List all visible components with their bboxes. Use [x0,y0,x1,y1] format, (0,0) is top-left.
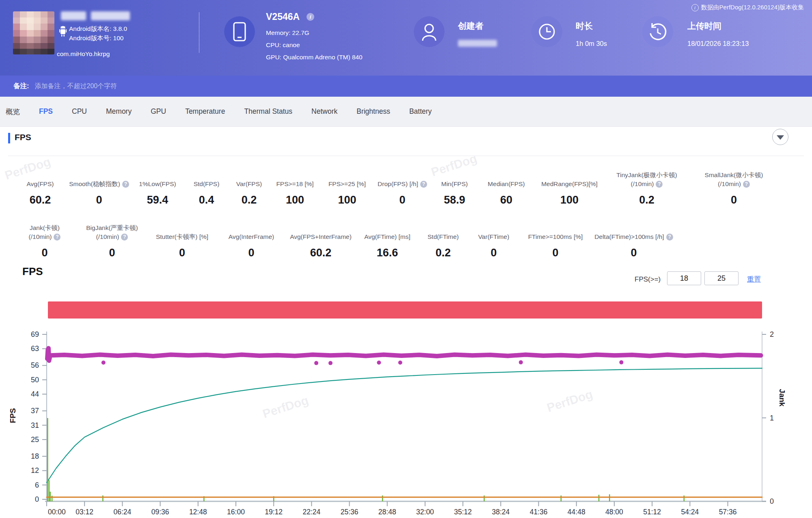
android-version-name: Android版本名: 3.8.0 [69,25,127,33]
y-axis-left-label: 12 [31,466,39,475]
metric-cell: 1%Low(FPS)59.4 [130,165,185,206]
header-divider [199,12,199,53]
tab-gpu[interactable]: GPU [151,107,166,116]
y-axis-left-label: 50 [31,376,39,384]
metric-label: Avg(FPS+InterFrame) [287,218,354,241]
tab-memory[interactable]: Memory [106,107,132,116]
x-axis-label: 38:24 [492,508,510,516]
tab-概览[interactable]: 概览 [6,107,20,117]
app-name-redacted-2 [91,11,130,20]
metric-cell: Stutter(卡顿率) [%]0 [147,218,217,259]
metric-cell: Smooth(稳帧指数)?0 [68,165,130,206]
chart-title: FPS [22,265,43,278]
metric-cell: Avg(FPS+InterFrame)60.2 [285,218,356,259]
metric-value: 60.2 [287,247,354,259]
help-icon[interactable]: ? [54,234,60,241]
metric-label: Jank(卡顿)(/10min)? [14,218,76,241]
help-icon[interactable]: ? [420,181,427,188]
notes-bar[interactable]: 备注: 添加备注，不超过200个字符 [0,76,812,97]
metric-value: 100 [535,194,604,206]
notes-placeholder[interactable]: 添加备注，不超过200个字符 [35,82,117,91]
metric-cell: Median(FPS)60 [479,165,533,206]
series-fps-drop-dots [102,360,106,364]
device-info-icon[interactable]: i [307,13,314,21]
metric-cell: Drop(FPS) [/h]?0 [375,165,430,206]
device-icon [224,16,255,47]
y-axis-left-label: 56 [31,361,39,369]
metric-label: Std(FTime) [420,218,466,241]
y-axis-right-label: 0 [770,497,774,505]
metric-value: 60 [481,194,532,206]
help-icon[interactable]: ? [122,181,129,188]
duration-label: 时长 [576,20,593,32]
creator-name-redacted [458,40,497,47]
help-icon[interactable]: ? [743,181,750,188]
upload-time-icon [642,16,673,47]
datazoom-selector-bar[interactable] [48,301,762,319]
metric-label: Smooth(稳帧指数)? [70,165,128,189]
metric-cell: Delta(FTime)>100ms [/h]?0 [591,218,676,259]
section-divider [8,156,804,156]
device-gpu: GPU: Qualcomm Adreno (TM) 840 [266,54,363,61]
metric-value: 0.2 [420,247,466,259]
metric-cell: MedRange(FPS)[%]100 [533,165,605,206]
y-axis-left-label: 37 [31,407,39,415]
collapse-section-button[interactable] [772,129,788,145]
series-fps-drop-dots [377,360,381,364]
package-name: com.miHoYo.hkrpg [57,50,110,58]
tab-temperature[interactable]: Temperature [185,107,225,116]
upload-time-value: 18/01/2026 18:23:13 [687,40,749,48]
metric-value: 59.4 [132,194,184,206]
metric-cell: SmallJank(微小卡顿)(/10min)?0 [688,165,780,206]
metric-value: 0 [14,247,76,259]
x-axis-label: 12:48 [189,508,207,516]
metric-label: SmallJank(微小卡顿)(/10min)? [690,165,778,189]
y-axis-right-label: 2 [770,330,774,338]
tab-network[interactable]: Network [311,107,337,116]
metric-label: Stutter(卡顿率) [%] [149,218,216,241]
duration-icon [531,16,562,47]
metric-value: 0 [219,247,284,259]
y-axis-title-jank: Jank [777,389,786,406]
app-name-redacted [61,11,86,20]
y-axis-left-label: 31 [31,421,39,429]
metric-label: Delta(FTime)>100ms [/h]? [593,218,675,241]
metrics-row-2: Jank(卡顿)(/10min)?0BigJank(严重卡顿)(/10min)?… [12,218,676,259]
upload-time-label: 上传时间 [687,20,721,32]
fps-threshold-high-input[interactable] [704,271,739,285]
y-axis-title-fps: FPS [9,408,17,423]
header: Android版本名: 3.8.0 Android版本号: 100 com.mi… [0,0,812,76]
metric-label: Var(FTime) [469,218,518,241]
android-version-code: Android版本号: 100 [69,34,123,43]
metric-label: Median(FPS) [481,165,532,189]
notes-label: 备注: [13,82,29,91]
x-axis-label: 57:36 [719,508,737,516]
metric-label: MedRange(FPS)[%] [535,165,604,189]
metric-value: 0 [149,247,216,259]
metric-label: Var(FPS) [229,165,269,189]
creator-label: 创建者 [458,20,484,32]
reset-button[interactable]: 重置 [747,275,761,284]
fps-threshold-label: FPS(>=) [635,275,661,284]
help-icon[interactable]: ? [656,181,663,188]
tab-fps[interactable]: FPS [39,107,53,116]
x-axis-label: 32:00 [416,508,434,516]
fps-threshold-low-input[interactable] [667,271,701,285]
metric-value: 0.2 [229,194,269,206]
y-axis-left-label: 63 [31,345,39,353]
avatar [13,11,54,54]
x-axis-label: 16:00 [227,508,245,516]
chevron-down-icon [777,135,784,140]
x-axis-label: 25:36 [341,508,358,516]
tab-battery[interactable]: Battery [409,107,432,116]
tab-cpu[interactable]: CPU [72,107,87,116]
creator-icon [414,16,445,47]
x-axis-label: 54:24 [681,508,699,516]
duration-value: 1h 0m 30s [576,40,607,48]
tab-brightness[interactable]: Brightness [356,107,390,116]
metric-cell: Var(FPS)0.2 [228,165,270,206]
help-icon[interactable]: ? [121,234,128,241]
help-icon[interactable]: ? [666,234,673,241]
tab-thermal-status[interactable]: Thermal Status [244,107,292,116]
metric-label: FTime>=100ms [%] [521,218,590,241]
